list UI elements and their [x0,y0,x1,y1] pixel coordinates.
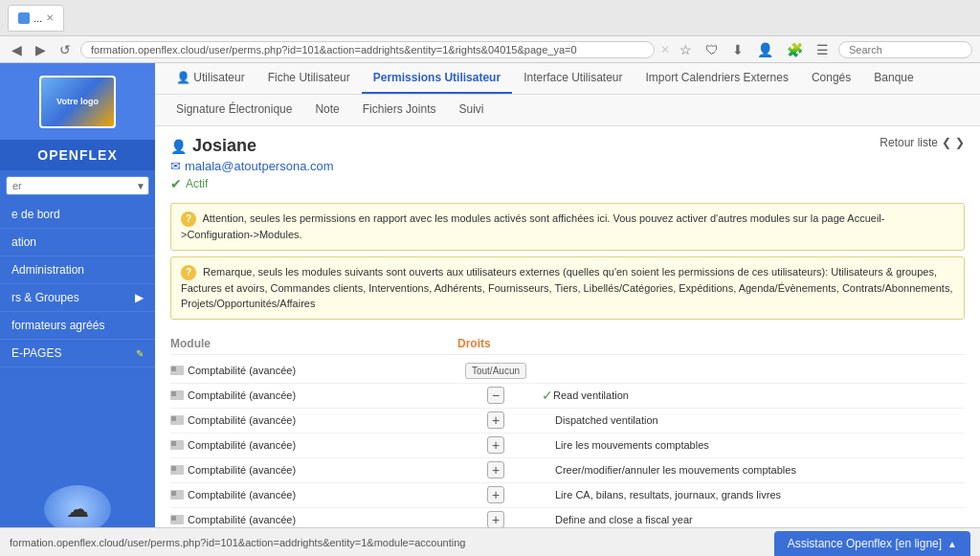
tab-utilisateur-label: Utilisateur [193,71,244,84]
plus-btn-2[interactable]: + [487,411,504,429]
main-content: 👤 Utilisateur Fiche Utilisateur Permissi… [155,63,980,556]
sidebar-item-dashboard[interactable]: e de bord [0,201,155,229]
perm-action-4[interactable]: + [457,461,534,478]
user-tab-icon: 👤 [176,71,193,84]
perm-row-4: Comptabilité (avancée) + Creer/modifier/… [170,458,965,483]
tout-aucun-btn-0[interactable]: Tout/Aucun [465,363,526,379]
perm-action-2[interactable]: + [457,411,534,429]
module-icon-6 [170,515,184,524]
module-icon-2 [170,415,184,425]
shield-icon[interactable]: 🛡 [702,40,723,59]
tab-banque[interactable]: Banque [862,63,924,94]
plus-btn-5[interactable]: + [487,486,504,503]
tab-fichiers-label: Fichiers Joints [363,102,436,116]
tab-conges[interactable]: Congés [800,63,862,94]
back-link[interactable]: Retour liste ❮ ❯ [880,136,965,149]
user-header: 👤 Josiane ✉ malala@atoutpersona.com ✔ Ac… [155,126,980,197]
tab-import-calendriers[interactable]: Import Calendriers Externes [635,63,800,94]
module-icon-5 [170,490,184,500]
tab-interface-utilisateur[interactable]: Interface Utilisateur [512,63,634,94]
extension-icon[interactable]: 🧩 [783,40,807,59]
tab-import-label: Import Calendriers Externes [646,71,789,84]
tab-close-icon[interactable]: ✕ [46,12,54,23]
user-info: 👤 Josiane ✉ malala@atoutpersona.com ✔ Ac… [170,136,334,191]
tab-permissions-utilisateur[interactable]: Permissions Utilisateur [362,63,512,94]
app-title: OPENFLEX [0,140,155,170]
plus-btn-6[interactable]: + [487,511,504,528]
tab-fiche-utilisateur[interactable]: Fiche Utilisateur [256,63,362,94]
perm-row-0: Comptabilité (avancée) Tout/Aucun [170,359,965,384]
module-icon-1 [170,390,184,400]
sidebar-item-label: ation [11,235,36,249]
perm-module-label-2: Comptabilité (avancée) [188,414,296,426]
alert-text-2: Remarque, seuls les modules suivants son… [181,266,952,310]
perm-row-1: Comptabilité (avancée) − ✓ Read ventilat… [170,384,965,409]
alert-box-1: ? Attention, seules les permissions en r… [170,203,965,251]
sidebar-item-epages[interactable]: E-PAGES ✎ [0,340,155,367]
perm-action-1[interactable]: − [457,387,534,404]
download-icon[interactable]: ⬇ [728,40,747,59]
sidebar-item-ation[interactable]: ation [0,229,155,256]
address-divider: ✕ [660,43,670,56]
check-mark-1: ✓ [542,388,553,403]
tab-label: ... [33,12,42,24]
browser-chrome: ... ✕ [0,0,980,36]
email-icon: ✉ [170,159,181,173]
module-icon-0 [170,366,184,375]
tab-bar: ... ✕ [8,5,972,32]
tab-fichiers-joints[interactable]: Fichiers Joints [351,95,448,125]
perm-label-6: Define and close a fiscal year [555,514,965,525]
sidebar-search-input[interactable] [6,176,149,195]
tab-suivi[interactable]: Suivi [447,95,495,125]
tab-note[interactable]: Note [303,95,350,125]
tab-banque-label: Banque [874,71,913,84]
alert-icon-2: ? [181,265,196,280]
forward-icon[interactable]: ▶ [32,40,50,59]
perm-row-3: Comptabilité (avancée) + Lire les mouvem… [170,434,965,458]
perm-label-3: Lire les mouvements comptables [555,439,965,451]
sidebar-menu: e de bord ation Administration rs & Grou… [0,201,155,478]
plus-btn-3[interactable]: + [487,436,504,454]
assistance-button[interactable]: Assistance Openflex [en ligne] ▲ [774,531,970,556]
perm-module-3: Comptabilité (avancée) [170,439,457,451]
address-bar[interactable] [80,41,655,58]
sidebar-item-label: e de bord [11,208,60,221]
back-prev-icon: ❮ [942,136,951,149]
perm-action-3[interactable]: + [457,436,534,454]
browser-search[interactable] [838,41,972,58]
back-next-icon: ❯ [955,136,965,149]
perm-action-0[interactable]: Tout/Aucun [457,363,534,379]
tab-interface-label: Interface Utilisateur [523,71,622,84]
star-icon[interactable]: ☆ [676,40,696,59]
sidebar-item-label: E-PAGES [11,346,61,360]
sidebar: Votre logo OPENFLEX ▼ e de bord ation Ad… [0,63,155,556]
sidebar-item-administration[interactable]: Administration [0,256,155,284]
perm-module-0: Comptabilité (avancée) [170,365,457,376]
permissions-section: Module Droits Comptabilité (avancée) Tou… [155,325,980,556]
app-layout: Votre logo OPENFLEX ▼ e de bord ation Ad… [0,63,980,556]
perm-action-5[interactable]: + [457,486,534,503]
minus-btn-1[interactable]: − [487,387,504,404]
back-icon[interactable]: ◀ [8,40,26,59]
profile-icon[interactable]: 👤 [753,40,777,59]
menu-icon[interactable]: ☰ [813,40,833,59]
tab-utilisateur[interactable]: 👤 Utilisateur [165,63,256,94]
reload-icon[interactable]: ↺ [56,40,75,59]
perm-module-4: Comptabilité (avancée) [170,464,457,476]
sidebar-item-formateurs[interactable]: formateurs agréés [0,312,155,340]
sidebar-search-arrow-icon: ▼ [136,181,145,191]
tab-signature[interactable]: Signature Électronique [165,95,303,125]
module-icon-4 [170,465,184,475]
perm-module-label-6: Comptabilité (avancée) [188,514,296,525]
tab-conges-label: Congés [812,71,851,84]
browser-tab[interactable]: ... ✕ [8,5,64,32]
alert-icon-1: ? [181,211,196,227]
tab-fiche-label: Fiche Utilisateur [268,71,350,84]
plus-btn-4[interactable]: + [487,461,504,478]
perm-row-2: Comptabilité (avancée) + Dispatched vent… [170,409,965,434]
user-name-text: Josiane [192,136,256,156]
address-bar-row: ◀ ▶ ↺ ✕ ☆ 🛡 ⬇ 👤 🧩 ☰ [0,36,980,63]
perm-action-6[interactable]: + [457,511,534,528]
sidebar-item-groups[interactable]: rs & Groupes ▶ [0,284,155,312]
perm-label-2: Dispatched ventilation [555,414,965,426]
